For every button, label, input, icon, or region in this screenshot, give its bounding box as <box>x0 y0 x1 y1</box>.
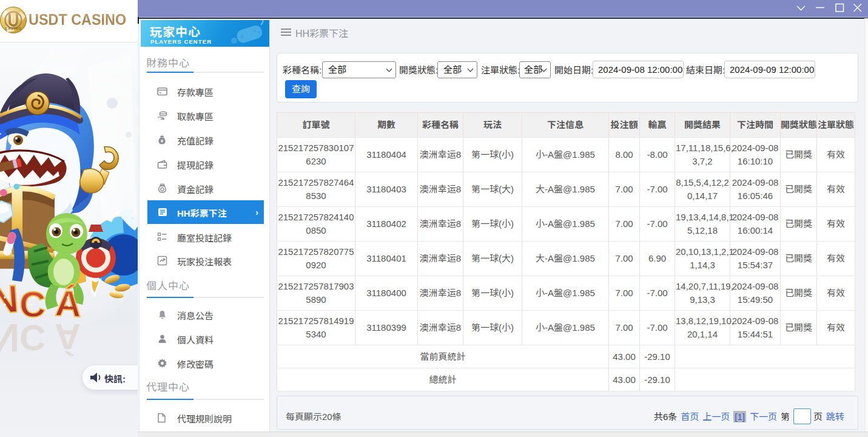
svg-text:Á: Á <box>55 316 81 357</box>
svg-text:CASINO: CASINO <box>5 27 21 30</box>
svg-text:C: C <box>19 317 45 358</box>
svg-text:N: N <box>0 316 19 359</box>
svg-text:N: N <box>0 277 20 322</box>
